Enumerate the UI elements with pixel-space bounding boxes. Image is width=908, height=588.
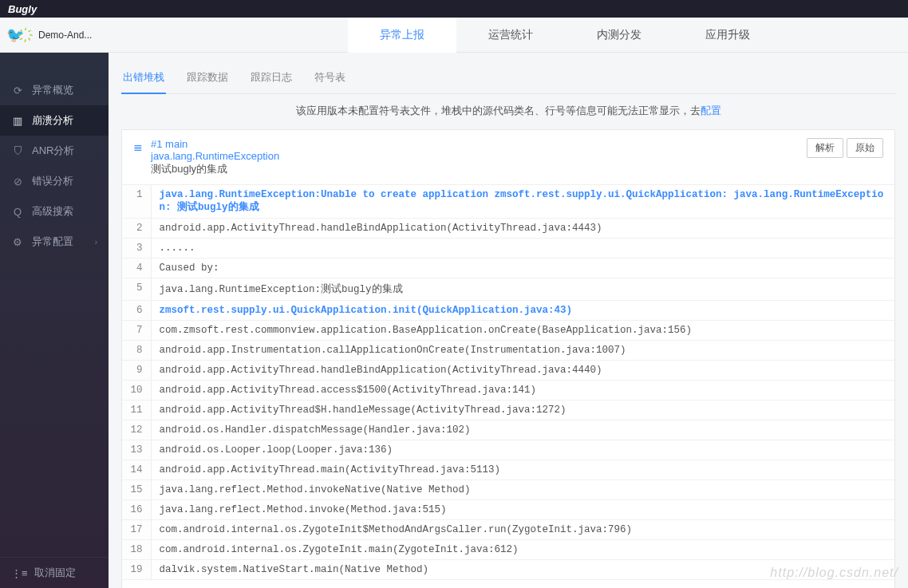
- stack-line: java.lang.RuntimeException:Unable to cre…: [151, 185, 894, 219]
- stack-row: 17com.android.internal.os.ZygoteInit$Met…: [122, 520, 894, 540]
- stack-row: 18com.android.internal.os.ZygoteInit.mai…: [122, 540, 894, 560]
- stack-line: zmsoft.rest.supply.ui.QuickApplication.i…: [151, 301, 894, 321]
- stack-row: 10android.app.ActivityThread.access$1500…: [122, 381, 894, 401]
- sidebar-item-4[interactable]: Q高级搜索: [0, 196, 109, 227]
- notice-config-link[interactable]: 配置: [701, 105, 721, 116]
- stack-row: 6zmsoft.rest.supply.ui.QuickApplication.…: [122, 301, 894, 321]
- line-number: 7: [122, 321, 151, 341]
- sidebar-item-label: 高级搜索: [32, 204, 73, 219]
- stack-row: 19dalvik.system.NativeStart.main(Native …: [122, 560, 894, 580]
- stack-line: android.app.ActivityThread$H.handleMessa…: [151, 401, 894, 420]
- stack-row: 11android.app.ActivityThread$H.handleMes…: [122, 401, 894, 420]
- line-number: 12: [122, 420, 151, 440]
- line-number: 6: [122, 301, 151, 321]
- stack-row: 8android.app.Instrumentation.callApplica…: [122, 341, 894, 361]
- header-bar: 🐦 ҉ Demo-And... 异常上报运营统计内测分发应用升级: [0, 18, 908, 53]
- expand-threads-link[interactable]: 展开其他线程: [122, 580, 894, 588]
- sidebar-item-0[interactable]: ⟳异常概览: [0, 75, 109, 105]
- stack-row: 3......: [122, 239, 894, 258]
- line-number: 5: [122, 278, 151, 301]
- stack-line: android.os.Looper.loop(Looper.java:136): [151, 440, 894, 460]
- pulse-icon: ⛉: [11, 145, 24, 157]
- stack-line: com.zmsoft.rest.commonview.application.B…: [151, 321, 894, 341]
- line-number: 17: [122, 520, 151, 540]
- line-number: 4: [122, 258, 151, 278]
- stack-icon: ≣: [133, 140, 143, 153]
- sidebar-item-label: 错误分析: [32, 174, 73, 188]
- gear-icon: ⚙: [11, 236, 24, 248]
- stack-row: 4Caused by:: [122, 258, 894, 278]
- bugly-logo-icon: 🐦: [6, 26, 24, 44]
- top-tab-3[interactable]: 应用升级: [673, 18, 782, 53]
- crash-thread-title[interactable]: #1 main: [151, 138, 279, 150]
- line-number: 9: [122, 361, 151, 381]
- warn-icon: ⊘: [11, 176, 24, 187]
- top-tab-0[interactable]: 异常上报: [348, 18, 456, 53]
- sidebar-item-label: 异常概览: [32, 83, 73, 97]
- crash-message: 测试bugly的集成: [151, 162, 279, 176]
- sidebar-item-label: 异常配置: [32, 235, 73, 249]
- stack-line: android.app.ActivityThread.handleBindApp…: [151, 219, 894, 239]
- sidebar-item-label: ANR分析: [32, 144, 74, 158]
- sidebar-item-2[interactable]: ⛉ANR分析: [0, 136, 109, 166]
- line-number: 10: [122, 381, 151, 401]
- stack-panel-header: ≣ #1 main java.lang.RuntimeException 测试b…: [122, 130, 894, 185]
- top-tab-1[interactable]: 运营统计: [456, 18, 565, 53]
- sub-tab-2[interactable]: 跟踪日志: [249, 65, 294, 93]
- stack-row: 14android.app.ActivityThread.main(Activi…: [122, 460, 894, 480]
- top-tab-2[interactable]: 内测分发: [565, 18, 673, 53]
- line-number: 11: [122, 401, 151, 420]
- brand-logo: Bugly: [8, 3, 37, 15]
- stack-row: 2android.app.ActivityThread.handleBindAp…: [122, 219, 894, 239]
- stack-line: com.android.internal.os.ZygoteInit$Metho…: [151, 520, 894, 540]
- sub-tab-1[interactable]: 跟踪数据: [185, 65, 230, 93]
- stack-trace-table: 1java.lang.RuntimeException:Unable to cr…: [122, 185, 894, 580]
- stack-row: 13android.os.Looper.loop(Looper.java:136…: [122, 440, 894, 460]
- sidebar-item-1[interactable]: ▥崩溃分析: [0, 105, 109, 136]
- top-tabs: 异常上报运营统计内测分发应用升级: [348, 18, 782, 53]
- stack-line: com.android.internal.os.ZygoteInit.main(…: [151, 540, 894, 560]
- stack-row: 5java.lang.RuntimeException:测试bugly的集成: [122, 278, 894, 301]
- sidebar-unpin-label: 取消固定: [34, 566, 76, 580]
- notice-text: 该应用版本未配置符号表文件，堆栈中的源代码类名、行号等信息可能无法正常显示，去: [296, 105, 701, 116]
- stack-row: 16java.lang.reflect.Method.invoke(Method…: [122, 500, 894, 520]
- sidebar-unpin[interactable]: ⋮≡ 取消固定: [0, 557, 109, 588]
- sidebar-item-5[interactable]: ⚙异常配置›: [0, 227, 109, 257]
- raw-button[interactable]: 原始: [847, 138, 883, 158]
- bars-icon: ▥: [11, 115, 24, 127]
- stack-row: 1java.lang.RuntimeException:Unable to cr…: [122, 185, 894, 219]
- app-selector[interactable]: 🐦 ҉ Demo-And...: [0, 26, 109, 44]
- stack-row: 7com.zmsoft.rest.commonview.application.…: [122, 321, 894, 341]
- line-number: 1: [122, 185, 151, 219]
- sub-tab-0[interactable]: 出错堆栈: [121, 65, 166, 94]
- stack-line: android.app.ActivityThread.handleBindApp…: [151, 361, 894, 381]
- chevron-right-icon: ›: [95, 238, 97, 247]
- stack-row: 9android.app.ActivityThread.handleBindAp…: [122, 361, 894, 381]
- stack-line: android.app.ActivityThread.main(Activity…: [151, 460, 894, 480]
- stack-panel: ≣ #1 main java.lang.RuntimeException 测试b…: [121, 129, 895, 588]
- stack-line: java.lang.reflect.Method.invokeNative(Na…: [151, 480, 894, 500]
- line-number: 18: [122, 540, 151, 560]
- sidebar: ⟳异常概览▥崩溃分析⛉ANR分析⊘错误分析Q高级搜索⚙异常配置› ⋮≡ 取消固定: [0, 53, 109, 588]
- stack-line: java.lang.RuntimeException:测试bugly的集成: [151, 278, 894, 301]
- search-icon: Q: [11, 206, 24, 218]
- sidebar-item-label: 崩溃分析: [32, 113, 73, 128]
- parse-button[interactable]: 解析: [807, 138, 843, 158]
- stack-line: android.app.Instrumentation.callApplicat…: [151, 341, 894, 361]
- line-number: 16: [122, 500, 151, 520]
- sidebar-item-3[interactable]: ⊘错误分析: [0, 166, 109, 196]
- line-number: 13: [122, 440, 151, 460]
- stack-line: dalvik.system.NativeStart.main(Native Me…: [151, 560, 894, 580]
- sub-tabs: 出错堆栈跟踪数据跟踪日志符号表: [121, 65, 895, 94]
- main-content: 出错堆栈跟踪数据跟踪日志符号表 该应用版本未配置符号表文件，堆栈中的源代码类名、…: [109, 53, 908, 588]
- line-number: 2: [122, 219, 151, 239]
- line-number: 3: [122, 239, 151, 258]
- line-number: 19: [122, 560, 151, 580]
- stack-row: 15java.lang.reflect.Method.invokeNative(…: [122, 480, 894, 500]
- sub-tab-3[interactable]: 符号表: [313, 65, 347, 93]
- line-number: 14: [122, 460, 151, 480]
- crash-exception-class[interactable]: java.lang.RuntimeException: [151, 150, 279, 162]
- line-number: 15: [122, 480, 151, 500]
- stack-line: java.lang.reflect.Method.invoke(Method.j…: [151, 500, 894, 520]
- stack-line: android.os.Handler.dispatchMessage(Handl…: [151, 420, 894, 440]
